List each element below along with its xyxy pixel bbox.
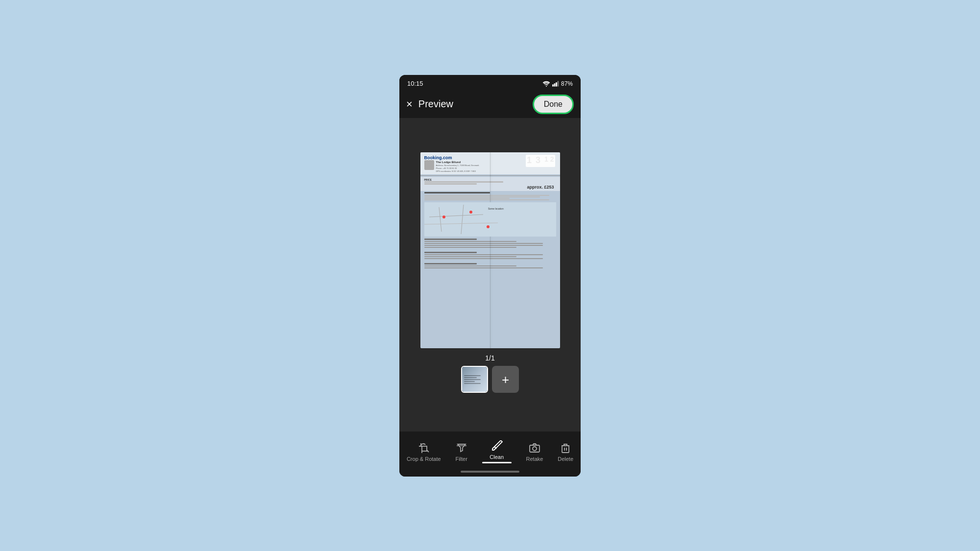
document-fold — [490, 152, 490, 348]
svg-rect-14 — [422, 446, 427, 451]
document-white-patch — [526, 155, 555, 167]
status-time: 10:15 — [407, 80, 423, 87]
para-line-2 — [424, 196, 540, 197]
thumb-line-2 — [464, 377, 477, 378]
price-row-1 — [424, 181, 503, 183]
text-line-2 — [424, 241, 516, 242]
svg-point-10 — [442, 216, 445, 218]
retake-tool[interactable]: Retake — [522, 440, 547, 464]
hotel-name-text: The Lodge Bilund — [436, 160, 479, 164]
text-line-10 — [424, 263, 477, 264]
done-button[interactable]: Done — [533, 95, 574, 114]
delete-tool[interactable]: Delete — [554, 440, 577, 464]
scan-area: Booking.com The Lodge Bilund Address: No… — [399, 118, 581, 431]
text-line-11 — [424, 265, 516, 266]
hotel-gps: GPS coordinates: N 55° 43.625, E 009° 7.… — [436, 170, 479, 173]
thumbnail-1[interactable] — [461, 366, 488, 393]
map-svg: Some location — [424, 202, 556, 237]
delete-label: Delete — [558, 456, 573, 462]
thumb-line-3 — [464, 379, 481, 380]
hotel-icon — [424, 160, 434, 170]
retake-icon — [529, 442, 540, 454]
add-icon: + — [502, 373, 509, 386]
svg-rect-1 — [552, 84, 554, 86]
crop-rotate-tool[interactable]: Crop & Rotate — [403, 440, 445, 464]
booking-logo-area: Booking.com The Lodge Bilund Address: No… — [424, 155, 479, 172]
svg-rect-4 — [557, 81, 559, 86]
text-line-4 — [424, 245, 543, 246]
close-button[interactable]: × — [406, 99, 413, 110]
page-counter: 1/1 — [485, 354, 494, 362]
clean-tool[interactable]: Clean — [478, 438, 515, 465]
text-line-5 — [424, 247, 516, 248]
thumb-doc-lines — [462, 373, 487, 386]
delete-icon — [560, 442, 571, 454]
svg-point-11 — [469, 211, 472, 214]
svg-text:Some location: Some location — [488, 207, 504, 210]
phone-frame: 10:15 87% — [399, 75, 581, 477]
wifi-icon — [542, 81, 550, 87]
crop-rotate-label: Crop & Rotate — [407, 456, 441, 462]
status-bar: 10:15 87% — [399, 75, 581, 91]
crop-rotate-icon — [418, 442, 430, 454]
thumbnail-row: + — [461, 366, 519, 393]
para-line-4 — [424, 199, 550, 200]
para-line-1 — [424, 195, 550, 196]
add-page-button[interactable]: + — [492, 366, 519, 393]
filter-tool[interactable]: Filter — [451, 440, 471, 464]
filter-label: Filter — [455, 456, 467, 462]
svg-rect-2 — [554, 83, 555, 86]
page-title: Preview — [418, 98, 453, 110]
thumbnail-inner — [462, 367, 487, 392]
text-line-7 — [424, 254, 543, 255]
top-bar-left: × Preview — [406, 98, 453, 110]
battery-text: 87% — [561, 80, 573, 87]
bottom-indicator — [399, 471, 581, 477]
clean-icon — [491, 440, 503, 452]
hotel-row: The Lodge Bilund Address: Norrehovedvej … — [424, 160, 479, 172]
svg-point-17 — [533, 447, 537, 451]
thumb-line-1 — [464, 375, 481, 376]
svg-point-12 — [487, 225, 490, 228]
text-line-3 — [424, 243, 543, 244]
bottom-toolbar: Crop & Rotate Filter Clean — [399, 431, 581, 471]
filter-icon — [456, 442, 467, 454]
para-line-3 — [424, 198, 510, 199]
text-line-12 — [424, 267, 543, 268]
svg-rect-3 — [556, 82, 557, 86]
price-row-2 — [424, 183, 477, 185]
text-line-8 — [424, 256, 516, 257]
home-indicator — [461, 471, 519, 473]
clean-underline — [482, 462, 512, 463]
text-line-6 — [424, 252, 477, 253]
thumb-line-4 — [464, 381, 475, 382]
svg-rect-18 — [562, 446, 569, 453]
background: 10:15 87% — [0, 0, 980, 551]
map-area: Some location — [424, 202, 556, 237]
status-icons: 87% — [542, 80, 573, 87]
signal-icon — [552, 81, 559, 87]
text-line-1 — [424, 239, 477, 240]
additional-info-title — [424, 192, 490, 193]
text-line-9 — [424, 258, 543, 259]
retake-label: Retake — [526, 456, 543, 462]
top-bar: × Preview Done — [399, 91, 581, 118]
thumb-line-5 — [464, 383, 481, 384]
document-preview: Booking.com The Lodge Bilund Address: No… — [420, 152, 560, 348]
svg-point-0 — [546, 86, 547, 87]
hotel-text: The Lodge Bilund Address: Norrehovedvej … — [436, 160, 479, 172]
svg-rect-16 — [530, 445, 539, 452]
booking-logo-text: Booking.com — [424, 155, 479, 160]
clean-label: Clean — [490, 454, 504, 460]
